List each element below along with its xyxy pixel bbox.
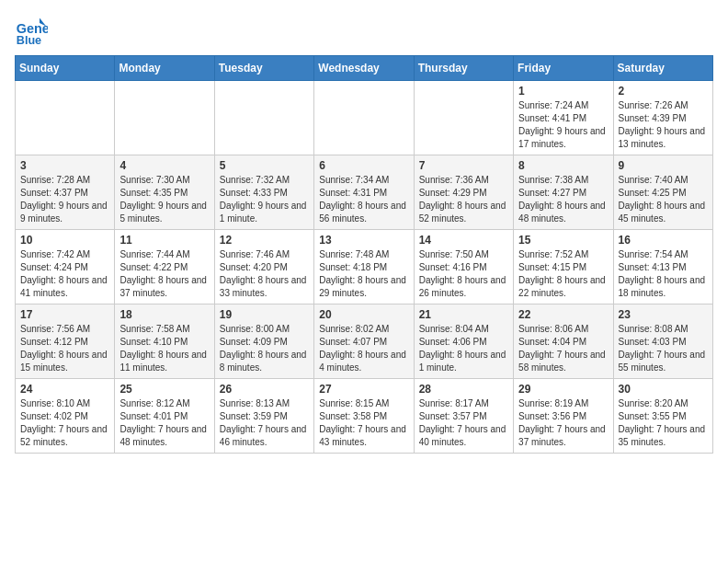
day-number: 8 <box>518 159 608 172</box>
day-number: 1 <box>518 85 608 98</box>
day-info: Sunrise: 8:08 AM Sunset: 4:03 PM Dayligh… <box>619 323 708 374</box>
weekday-header-tuesday: Tuesday <box>214 56 313 81</box>
day-info: Sunrise: 8:19 AM Sunset: 3:56 PM Dayligh… <box>518 397 608 449</box>
day-number: 29 <box>518 383 608 396</box>
weekday-header-monday: Monday <box>115 56 214 81</box>
day-info: Sunrise: 7:50 AM Sunset: 4:16 PM Dayligh… <box>419 248 508 300</box>
calendar-cell: 22Sunrise: 8:06 AM Sunset: 4:04 PM Dayli… <box>514 304 613 379</box>
calendar-cell: 26Sunrise: 8:13 AM Sunset: 3:59 PM Dayli… <box>214 379 313 454</box>
day-info: Sunrise: 8:20 AM Sunset: 3:55 PM Dayligh… <box>619 397 708 449</box>
page-header: General Blue <box>15 15 713 48</box>
day-number: 24 <box>20 383 109 396</box>
day-info: Sunrise: 7:26 AM Sunset: 4:39 PM Dayligh… <box>619 99 708 151</box>
day-info: Sunrise: 7:24 AM Sunset: 4:41 PM Dayligh… <box>518 99 608 151</box>
calendar-cell: 1Sunrise: 7:24 AM Sunset: 4:41 PM Daylig… <box>514 81 613 155</box>
day-number: 7 <box>419 159 508 172</box>
day-info: Sunrise: 7:38 AM Sunset: 4:27 PM Dayligh… <box>518 174 608 225</box>
calendar-cell: 24Sunrise: 8:10 AM Sunset: 4:02 PM Dayli… <box>16 379 115 454</box>
day-number: 2 <box>619 85 708 98</box>
logo-icon: General Blue <box>15 15 48 48</box>
weekday-header-saturday: Saturday <box>613 56 712 81</box>
day-number: 12 <box>220 234 309 247</box>
calendar-cell <box>16 81 115 155</box>
calendar-week-2: 3Sunrise: 7:28 AM Sunset: 4:37 PM Daylig… <box>16 155 713 230</box>
calendar-cell: 15Sunrise: 7:52 AM Sunset: 4:15 PM Dayli… <box>514 230 613 304</box>
day-info: Sunrise: 7:56 AM Sunset: 4:12 PM Dayligh… <box>20 323 109 374</box>
calendar-week-5: 24Sunrise: 8:10 AM Sunset: 4:02 PM Dayli… <box>16 379 713 454</box>
day-number: 3 <box>20 159 109 172</box>
day-number: 14 <box>419 234 508 247</box>
day-info: Sunrise: 8:17 AM Sunset: 3:57 PM Dayligh… <box>419 397 508 449</box>
day-info: Sunrise: 7:46 AM Sunset: 4:20 PM Dayligh… <box>220 248 309 300</box>
calendar-cell <box>314 81 414 155</box>
calendar-cell: 4Sunrise: 7:30 AM Sunset: 4:35 PM Daylig… <box>115 155 214 230</box>
svg-text:Blue: Blue <box>17 34 41 47</box>
day-number: 30 <box>619 383 708 396</box>
calendar-cell: 13Sunrise: 7:48 AM Sunset: 4:18 PM Dayli… <box>314 230 414 304</box>
calendar-cell: 23Sunrise: 8:08 AM Sunset: 4:03 PM Dayli… <box>613 304 712 379</box>
day-number: 21 <box>419 308 508 321</box>
day-info: Sunrise: 7:36 AM Sunset: 4:29 PM Dayligh… <box>419 174 508 225</box>
day-info: Sunrise: 7:34 AM Sunset: 4:31 PM Dayligh… <box>319 174 408 225</box>
calendar-cell: 21Sunrise: 8:04 AM Sunset: 4:06 PM Dayli… <box>414 304 513 379</box>
calendar-cell: 12Sunrise: 7:46 AM Sunset: 4:20 PM Dayli… <box>214 230 313 304</box>
day-info: Sunrise: 8:13 AM Sunset: 3:59 PM Dayligh… <box>220 397 309 449</box>
calendar-cell: 6Sunrise: 7:34 AM Sunset: 4:31 PM Daylig… <box>314 155 414 230</box>
weekday-header-wednesday: Wednesday <box>314 56 414 81</box>
day-info: Sunrise: 7:44 AM Sunset: 4:22 PM Dayligh… <box>119 248 209 300</box>
day-number: 25 <box>119 383 209 396</box>
day-info: Sunrise: 8:12 AM Sunset: 4:01 PM Dayligh… <box>119 397 209 449</box>
day-info: Sunrise: 8:00 AM Sunset: 4:09 PM Dayligh… <box>220 323 309 374</box>
calendar-week-3: 10Sunrise: 7:42 AM Sunset: 4:24 PM Dayli… <box>16 230 713 304</box>
day-number: 23 <box>619 308 708 321</box>
calendar-cell: 3Sunrise: 7:28 AM Sunset: 4:37 PM Daylig… <box>16 155 115 230</box>
day-number: 15 <box>518 234 608 247</box>
day-number: 4 <box>119 159 209 172</box>
calendar-cell: 17Sunrise: 7:56 AM Sunset: 4:12 PM Dayli… <box>16 304 115 379</box>
weekday-header-sunday: Sunday <box>16 56 115 81</box>
logo: General Blue <box>15 15 51 48</box>
day-info: Sunrise: 8:06 AM Sunset: 4:04 PM Dayligh… <box>518 323 608 374</box>
day-info: Sunrise: 8:15 AM Sunset: 3:58 PM Dayligh… <box>319 397 408 449</box>
calendar-cell: 5Sunrise: 7:32 AM Sunset: 4:33 PM Daylig… <box>214 155 313 230</box>
calendar-cell: 19Sunrise: 8:00 AM Sunset: 4:09 PM Dayli… <box>214 304 313 379</box>
day-info: Sunrise: 7:28 AM Sunset: 4:37 PM Dayligh… <box>20 174 109 225</box>
day-number: 26 <box>220 383 309 396</box>
day-number: 9 <box>619 159 708 172</box>
calendar-cell: 11Sunrise: 7:44 AM Sunset: 4:22 PM Dayli… <box>115 230 214 304</box>
day-number: 16 <box>619 234 708 247</box>
day-info: Sunrise: 7:54 AM Sunset: 4:13 PM Dayligh… <box>619 248 708 300</box>
day-info: Sunrise: 7:48 AM Sunset: 4:18 PM Dayligh… <box>319 248 408 300</box>
day-number: 22 <box>518 308 608 321</box>
calendar-cell: 8Sunrise: 7:38 AM Sunset: 4:27 PM Daylig… <box>514 155 613 230</box>
day-info: Sunrise: 7:40 AM Sunset: 4:25 PM Dayligh… <box>619 174 708 225</box>
calendar-cell: 9Sunrise: 7:40 AM Sunset: 4:25 PM Daylig… <box>613 155 712 230</box>
day-number: 19 <box>220 308 309 321</box>
day-info: Sunrise: 8:02 AM Sunset: 4:07 PM Dayligh… <box>319 323 408 374</box>
calendar-cell: 18Sunrise: 7:58 AM Sunset: 4:10 PM Dayli… <box>115 304 214 379</box>
calendar-cell: 16Sunrise: 7:54 AM Sunset: 4:13 PM Dayli… <box>613 230 712 304</box>
day-number: 13 <box>319 234 408 247</box>
calendar-cell: 25Sunrise: 8:12 AM Sunset: 4:01 PM Dayli… <box>115 379 214 454</box>
day-number: 6 <box>319 159 408 172</box>
calendar-cell: 28Sunrise: 8:17 AM Sunset: 3:57 PM Dayli… <box>414 379 513 454</box>
day-info: Sunrise: 7:32 AM Sunset: 4:33 PM Dayligh… <box>220 174 309 225</box>
calendar-cell <box>214 81 313 155</box>
day-number: 20 <box>319 308 408 321</box>
day-number: 10 <box>20 234 109 247</box>
calendar-cell: 30Sunrise: 8:20 AM Sunset: 3:55 PM Dayli… <box>613 379 712 454</box>
day-number: 27 <box>319 383 408 396</box>
day-info: Sunrise: 7:58 AM Sunset: 4:10 PM Dayligh… <box>119 323 209 374</box>
day-number: 28 <box>419 383 508 396</box>
calendar-cell <box>115 81 214 155</box>
weekday-header-thursday: Thursday <box>414 56 513 81</box>
day-number: 18 <box>119 308 209 321</box>
day-info: Sunrise: 7:42 AM Sunset: 4:24 PM Dayligh… <box>20 248 109 300</box>
day-info: Sunrise: 7:30 AM Sunset: 4:35 PM Dayligh… <box>119 174 209 225</box>
weekday-header-friday: Friday <box>514 56 613 81</box>
calendar-cell: 7Sunrise: 7:36 AM Sunset: 4:29 PM Daylig… <box>414 155 513 230</box>
day-info: Sunrise: 8:04 AM Sunset: 4:06 PM Dayligh… <box>419 323 508 374</box>
calendar-table: SundayMondayTuesdayWednesdayThursdayFrid… <box>15 55 713 454</box>
calendar-week-1: 1Sunrise: 7:24 AM Sunset: 4:41 PM Daylig… <box>16 81 713 155</box>
day-number: 11 <box>119 234 209 247</box>
